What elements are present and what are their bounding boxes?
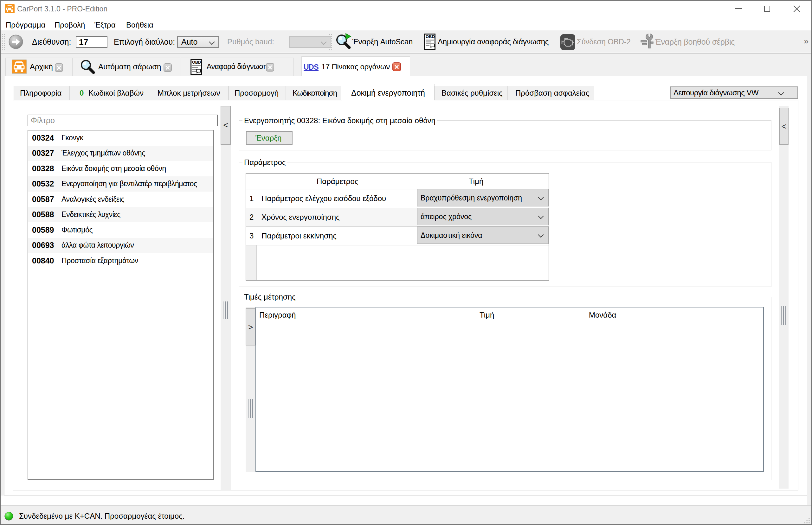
svg-text:OBD: OBD <box>192 60 201 64</box>
svg-text:OBD: OBD <box>426 34 435 39</box>
